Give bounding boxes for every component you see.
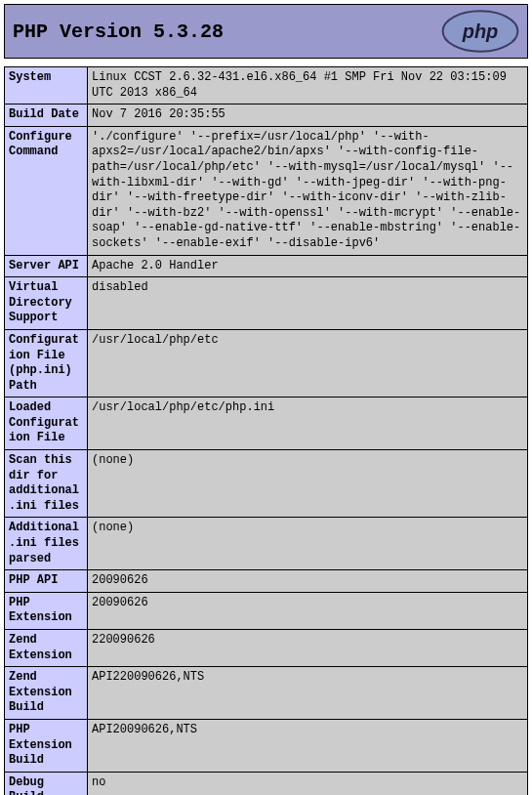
row-key: PHP Extension Build	[5, 719, 88, 772]
table-row: Server APIApache 2.0 Handler	[5, 255, 528, 277]
table-row: Configuration File (php.ini) Path/usr/lo…	[5, 329, 528, 397]
phpinfo-table: SystemLinux CCST 2.6.32-431.el6.x86_64 #…	[4, 66, 528, 795]
row-value: Nov 7 2016 20:35:55	[88, 105, 528, 127]
table-row: Scan this dir for additional .ini files(…	[5, 450, 528, 518]
table-row: PHP Extension20090626	[5, 592, 528, 629]
row-value: API20090626,NTS	[88, 719, 528, 772]
table-row: Debug Buildno	[5, 772, 528, 795]
row-value: 20090626	[88, 592, 528, 629]
table-row: PHP Extension BuildAPI20090626,NTS	[5, 719, 528, 772]
row-key: Zend Extension	[5, 630, 88, 667]
row-value: (none)	[88, 450, 528, 518]
row-key: Loaded Configuration File	[5, 398, 88, 450]
table-row: Build DateNov 7 2016 20:35:55	[5, 105, 528, 127]
row-key: Server API	[5, 255, 88, 277]
table-row: Zend Extension220090626	[5, 630, 528, 667]
row-value: './configure' '--prefix=/usr/local/php' …	[88, 126, 528, 255]
php-logo-icon: php	[441, 10, 519, 53]
row-key: Debug Build	[5, 772, 88, 795]
row-value: /usr/local/php/etc	[88, 329, 528, 397]
table-row: Configure Command'./configure' '--prefix…	[5, 126, 528, 255]
row-key: PHP Extension	[5, 592, 88, 629]
page-title: PHP Version 5.3.28	[13, 21, 224, 43]
row-key: Configure Command	[5, 126, 88, 255]
row-key: PHP API	[5, 570, 88, 593]
row-value: Apache 2.0 Handler	[88, 255, 528, 277]
table-row: Loaded Configuration File/usr/local/php/…	[5, 398, 528, 450]
table-row: PHP API20090626	[5, 570, 528, 593]
row-value: 220090626	[88, 630, 528, 667]
row-value: (none)	[88, 518, 528, 570]
row-value: no	[88, 772, 528, 795]
row-value: Linux CCST 2.6.32-431.el6.x86_64 #1 SMP …	[88, 67, 528, 105]
row-key: Virtual Directory Support	[5, 277, 88, 330]
row-key: Additional .ini files parsed	[5, 518, 88, 570]
row-key: Zend Extension Build	[5, 667, 88, 720]
row-value: 20090626	[88, 570, 528, 593]
table-row: Additional .ini files parsed(none)	[5, 518, 528, 570]
row-key: Build Date	[5, 105, 88, 127]
phpinfo-header: PHP Version 5.3.28 php	[4, 4, 528, 59]
row-value: /usr/local/php/etc/php.ini	[88, 398, 528, 450]
svg-text:php: php	[462, 21, 499, 42]
table-row: Zend Extension BuildAPI220090626,NTS	[5, 667, 528, 720]
table-row: SystemLinux CCST 2.6.32-431.el6.x86_64 #…	[5, 67, 528, 105]
row-value: API220090626,NTS	[88, 667, 528, 720]
row-value: disabled	[88, 277, 528, 330]
row-key: Configuration File (php.ini) Path	[5, 329, 88, 397]
table-row: Virtual Directory Supportdisabled	[5, 277, 528, 330]
row-key: Scan this dir for additional .ini files	[5, 450, 88, 518]
row-key: System	[5, 67, 88, 105]
